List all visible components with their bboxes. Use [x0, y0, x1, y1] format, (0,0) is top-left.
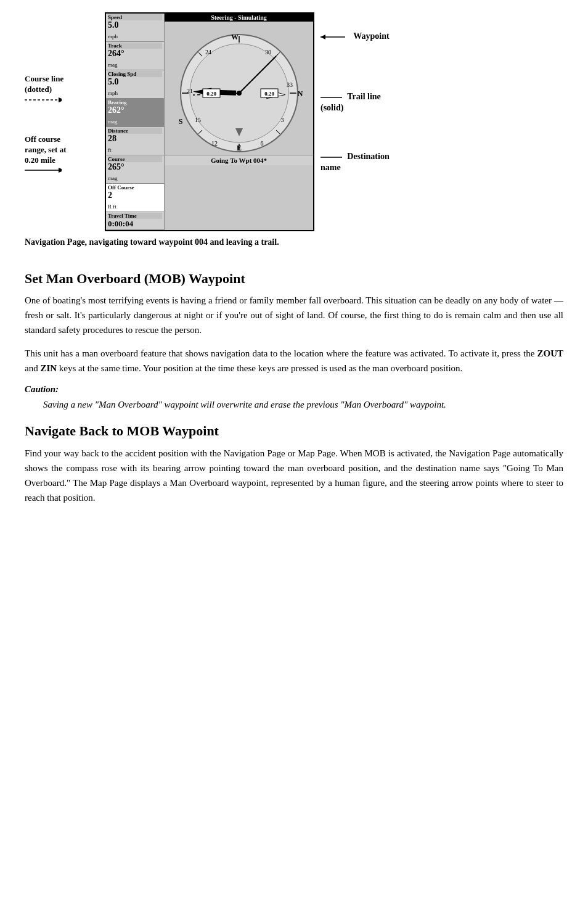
bearing-unit: mag — [108, 118, 118, 125]
steering-header: Steering - Simulating — [165, 14, 313, 22]
closing-spd-unit: mph — [108, 90, 118, 96]
svg-marker-41 — [321, 35, 325, 39]
svg-text:15: 15 — [195, 117, 201, 123]
going-to-bar: Going To Wpt 004* — [165, 155, 313, 165]
nav-panel-inner: Speed 5.0 mph Track 264° mag Closing Spd… — [106, 14, 313, 230]
left-annotations: Course line(dotted) Off courserange, set… — [25, 12, 105, 185]
distance-field: Distance 28 ft — [106, 127, 164, 155]
section2-paragraph: Find your way back to the accident posit… — [25, 446, 563, 505]
svg-text:24: 24 — [205, 49, 211, 56]
svg-marker-1 — [59, 97, 62, 102]
track-field: Track 264° mag — [106, 42, 164, 70]
travel-time-label: Travel Time — [108, 213, 162, 219]
course-unit: mag — [108, 175, 118, 181]
closing-spd-label: Closing Spd — [108, 71, 162, 77]
bearing-label: Bearing — [108, 99, 162, 105]
zin-text: ZIN — [40, 363, 57, 373]
destination-name-annotation: Destinationname — [321, 151, 407, 173]
svg-text:6: 6 — [260, 140, 263, 147]
nav-panel: Speed 5.0 mph Track 264° mag Closing Spd… — [105, 12, 314, 231]
off-course-field-unit: R ft — [108, 204, 116, 210]
right-annotations: Waypoint Trail line(solid) Destinationna… — [314, 12, 407, 198]
caution-text: Saving a new "Man Overboard" waypoint wi… — [43, 397, 563, 412]
section1: Set Man Overboard (MOB) Waypoint One of … — [25, 271, 563, 412]
travel-time-field: Travel Time 0:00:04 — [106, 212, 164, 230]
off-course-annotation: Off courserange, set at0.20 mile — [25, 134, 105, 175]
waypoint-annotation: Waypoint — [321, 31, 407, 42]
section1-heading: Set Man Overboard (MOB) Waypoint — [25, 271, 563, 287]
figure-container: Course line(dotted) Off courserange, set… — [25, 12, 563, 260]
svg-point-38 — [237, 91, 242, 96]
svg-text:0.20: 0.20 — [206, 91, 216, 97]
travel-time-value: 0:00:04 — [108, 219, 162, 229]
figure-caption: Navigation Page, navigating toward waypo… — [25, 237, 279, 247]
compass-svg-wrapper: W E N S 24 30 21 — [165, 22, 313, 155]
section2-heading: Navigate Back to MOB Waypoint — [25, 423, 563, 439]
compass-area: Steering - Simulating — [165, 14, 313, 230]
section2: Navigate Back to MOB Waypoint Find your … — [25, 423, 563, 504]
svg-text:W: W — [231, 33, 239, 41]
course-line-label: Course line(dotted) — [25, 74, 63, 94]
section1-paragraph2: This unit has a man overboard feature th… — [25, 346, 563, 376]
track-unit: mag — [108, 62, 118, 68]
speed-field: Speed 5.0 mph — [106, 14, 164, 42]
distance-value: 28 — [108, 134, 162, 144]
caution-heading: Caution: — [25, 384, 563, 395]
track-value: 264° — [108, 49, 162, 59]
off-course-field: Off Course 2 R ft — [106, 184, 164, 212]
distance-unit: ft — [108, 147, 112, 153]
bearing-value: 262° — [108, 105, 162, 115]
trail-line-annotation: Trail line(solid) — [321, 91, 407, 113]
zout-text: ZOUT — [537, 348, 563, 358]
svg-text:12: 12 — [211, 140, 218, 147]
svg-text:33: 33 — [287, 81, 293, 88]
svg-text:S: S — [178, 117, 182, 126]
course-line-annotation: Course line(dotted) — [25, 74, 105, 104]
diagram-wrapper: Course line(dotted) Off courserange, set… — [25, 12, 563, 231]
speed-label: Speed — [108, 14, 162, 20]
compass-svg: W E N S 24 30 21 — [168, 22, 310, 155]
speed-value: 5.0 — [108, 20, 162, 30]
data-column: Speed 5.0 mph Track 264° mag Closing Spd… — [106, 14, 165, 230]
svg-text:3: 3 — [280, 117, 284, 123]
off-course-label: Off courserange, set at0.20 mile — [25, 134, 67, 165]
bearing-field: Bearing 262° mag — [106, 99, 164, 127]
svg-text:N: N — [297, 89, 303, 98]
closing-spd-value: 5.0 — [108, 77, 162, 87]
track-label: Track — [108, 43, 162, 49]
closing-spd-field: Closing Spd 5.0 mph — [106, 70, 164, 99]
course-field: Course 265° mag — [106, 155, 164, 184]
course-label: Course — [108, 156, 162, 162]
off-course-field-value: 2 — [108, 191, 162, 200]
distance-label: Distance — [108, 128, 162, 134]
course-value: 265° — [108, 162, 162, 172]
svg-marker-3 — [59, 168, 62, 173]
svg-text:0.20: 0.20 — [264, 91, 274, 97]
speed-unit: mph — [108, 33, 118, 39]
section1-paragraph1: One of boating's most terrifying events … — [25, 293, 563, 337]
off-course-field-label: Off Course — [108, 184, 162, 191]
svg-text:30: 30 — [265, 49, 271, 56]
waypoint-label: Waypoint — [353, 31, 389, 41]
